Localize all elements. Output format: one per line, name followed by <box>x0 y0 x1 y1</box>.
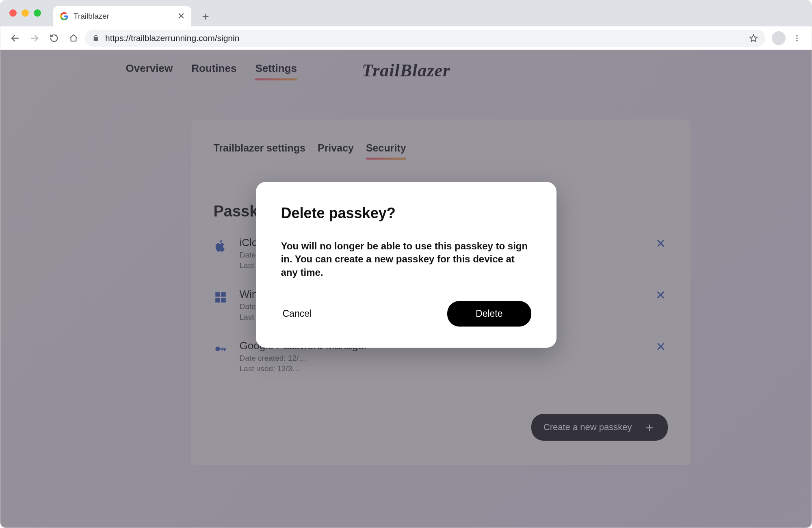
maximize-window-icon[interactable] <box>34 9 41 17</box>
reload-button[interactable] <box>46 30 62 46</box>
home-button[interactable] <box>65 30 82 46</box>
url-text: https://trailblazerrunning.com/signin <box>105 33 743 43</box>
delete-button[interactable]: Delete <box>447 301 531 327</box>
bookmark-icon[interactable] <box>749 34 758 43</box>
forward-button[interactable] <box>26 30 43 46</box>
cancel-button[interactable]: Cancel <box>281 304 314 323</box>
favicon-icon <box>60 12 69 21</box>
browser-menu-icon[interactable] <box>789 30 805 46</box>
new-tab-button[interactable]: ＋ <box>197 8 214 25</box>
modal-overlay[interactable]: Delete passkey? You will no longer be ab… <box>0 50 812 528</box>
address-bar[interactable]: https://trailblazerrunning.com/signin <box>85 30 765 47</box>
minimize-window-icon[interactable] <box>22 9 29 17</box>
browser-toolbar: https://trailblazerrunning.com/signin <box>0 26 812 50</box>
svg-marker-2 <box>750 34 757 41</box>
browser-window: Trailblazer ✕ ＋ https://trailblazerrunni… <box>0 0 812 528</box>
delete-passkey-modal: Delete passkey? You will no longer be ab… <box>256 182 556 348</box>
browser-tab[interactable]: Trailblazer ✕ <box>53 6 191 26</box>
lock-icon <box>92 35 100 42</box>
window-controls[interactable] <box>9 9 41 17</box>
svg-point-4 <box>796 37 797 39</box>
svg-point-3 <box>796 35 797 36</box>
modal-title: Delete passkey? <box>281 205 531 222</box>
page-viewport: Overview Routines Settings TrailBlazer T… <box>0 50 812 528</box>
modal-body: You will no longer be able to use this p… <box>281 240 531 279</box>
tab-strip: Trailblazer ✕ ＋ <box>0 0 812 26</box>
close-tab-icon[interactable]: ✕ <box>178 11 185 22</box>
profile-avatar[interactable] <box>772 31 786 45</box>
close-window-icon[interactable] <box>9 9 17 17</box>
svg-point-5 <box>796 40 797 41</box>
back-button[interactable] <box>7 30 23 46</box>
tab-title: Trailblazer <box>74 12 109 21</box>
